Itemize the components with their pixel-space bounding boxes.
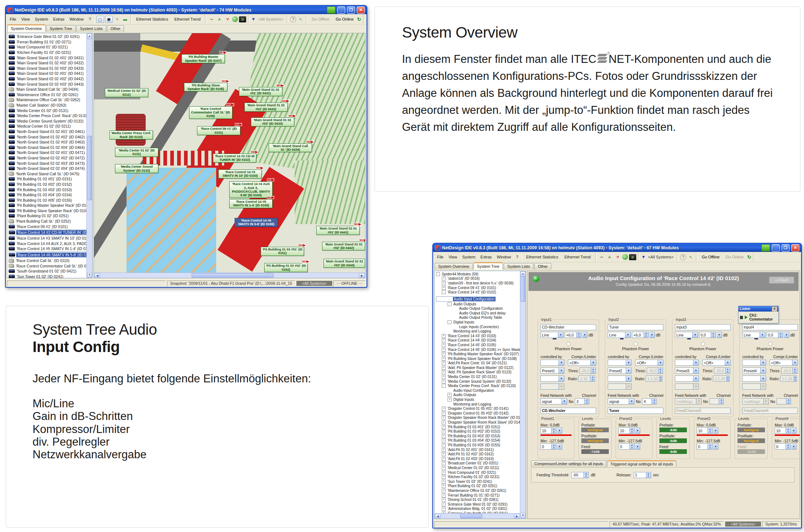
phantom-power-radio[interactable]: [768, 342, 772, 346]
tree-item[interactable]: +Audio Input Configuration: [436, 388, 520, 393]
tree-item[interactable]: 'Pit Building Slave Speaker Rack' (ID 01…: [9, 208, 86, 214]
expand-icon[interactable]: +: [442, 375, 446, 379]
spin-down-icon[interactable]: ▼: [585, 402, 589, 404]
spin-down-icon[interactable]: ▼: [630, 447, 634, 450]
spin-down-icon[interactable]: ▼: [708, 447, 712, 450]
site-map[interactable]: ◀ ▶ 'Pit Building Master Speaker Rack' (…: [94, 33, 365, 278]
spin-up-icon[interactable]: ▲: [652, 399, 656, 402]
tree-item[interactable]: -'Media Center Press Conf. Rack' (ID 013…: [436, 383, 520, 388]
tab-system-overview[interactable]: System Overview: [7, 25, 46, 32]
tree-item[interactable]: 'Sun Tower 01 02' (ID 0241): [9, 274, 86, 278]
chevron-down-icon[interactable]: ▼: [629, 399, 634, 404]
expand-icon[interactable]: +: [442, 457, 446, 461]
tree-item[interactable]: +'Host Compound 01' (ID 0221): [436, 470, 520, 475]
preset-min-input[interactable]: 0▲▼: [775, 443, 791, 450]
controlled-by-select-3[interactable]: ▼: [608, 376, 632, 382]
scroll-left-arrow[interactable]: ◀: [94, 273, 100, 278]
tree-item[interactable]: -Digital Inputs: [436, 320, 520, 325]
tree-item[interactable]: +'Pit Building 01 03 #03' (ID 0153): [436, 434, 520, 438]
tree-item[interactable]: 'North Grand Stand 02 02 #03' (ID 0473): [9, 160, 86, 166]
chevron-down-icon[interactable]: ▼: [625, 332, 630, 338]
tree-item[interactable]: 'North Grand Stand Call St.' (ID 0475): [9, 171, 86, 176]
map-device-label[interactable]: 'Main Grand Stand 01 02 #02' (ID 0432)90…: [244, 103, 288, 112]
menu-item-view[interactable]: View: [19, 16, 33, 22]
gain-input[interactable]: +6,0▲▼: [565, 332, 581, 338]
expand-icon[interactable]: +: [442, 338, 446, 342]
close-button[interactable]: ✕: [357, 7, 365, 14]
preset-min-dropdown-icon[interactable]: ▼: [713, 443, 718, 450]
spinner-buttons[interactable]: ▲▼: [576, 332, 581, 338]
tree-vertical-scrollbar[interactable]: ▲ ▼: [86, 33, 92, 278]
expand-icon[interactable]: +: [442, 484, 446, 488]
map-horizontal-scrollbar[interactable]: ◀ ▶: [94, 273, 365, 278]
expand-icon[interactable]: +: [442, 379, 446, 383]
tree-item[interactable]: 'Main Grand Stand 02 02 #02' (ID 0442): [9, 76, 86, 82]
spin-up-icon[interactable]: ▲: [786, 428, 790, 431]
map-device-label[interactable]: 'Race Control 14 #6 SMATV IN 5-8' (ID 01…: [235, 218, 278, 227]
tree-item[interactable]: 'Pit Building 01 03 #04' (ID 0154): [9, 192, 86, 198]
chevron-down-icon[interactable]: ▼: [693, 360, 698, 365]
tree-item[interactable]: 'Kitchen Facility 01 02' (ID 0231): [9, 50, 86, 55]
input-name-field[interactable]: input4: [742, 324, 798, 330]
tree-item[interactable]: 'North Grand Stand 01 02 #01' (ID 0461): [9, 129, 86, 134]
tree-item[interactable]: 'Ferrari Building 01 01' (ID 0271): [9, 39, 86, 45]
gain-input[interactable]: 0,0▲▼: [766, 332, 783, 338]
spin-down-icon[interactable]: ▼: [577, 335, 581, 338]
menu-item-window[interactable]: Window: [67, 16, 86, 22]
spinner-buttons[interactable]: ▲▼: [551, 428, 556, 433]
tree-item[interactable]: +'Medical Center 01 02' (ID 0211): [436, 466, 520, 470]
tree-item[interactable]: 'Plant Building 01 02' (ID 0251): [9, 213, 86, 219]
tree-item[interactable]: 'Pit Building Master Speaker Rack' (ID 0…: [9, 203, 86, 208]
tree-item[interactable]: +Digital Inputs: [436, 397, 520, 402]
filter-icon[interactable]: ▼: [641, 254, 646, 259]
chevron-down-icon[interactable]: ▼: [760, 332, 765, 338]
chevron-down-icon[interactable]: ▼: [559, 368, 564, 373]
tree-item[interactable]: 'Plant Building Call St.' (ID 0252): [9, 219, 86, 224]
scroll-left-arrow[interactable]: ◀: [435, 514, 441, 518]
expand-icon[interactable]: +: [442, 420, 446, 424]
play-icon[interactable]: [745, 316, 748, 319]
expand-icon[interactable]: +: [442, 452, 446, 456]
feed-select[interactable]: signal▼: [608, 398, 634, 404]
tree-item[interactable]: +'Pit Building 01 03 #02' (ID 0152): [436, 429, 520, 434]
chevron-down-icon[interactable]: ▼: [760, 360, 766, 365]
scroll-thumb[interactable]: [192, 273, 274, 278]
expand-icon[interactable]: +: [442, 434, 446, 438]
map-device-label[interactable]: 'Pit Building Slave Speaker Rack' (ID 01…: [184, 83, 227, 92]
spin-up-icon[interactable]: ▲: [630, 444, 634, 447]
help-icon[interactable]: ?: [290, 16, 296, 22]
expand-icon[interactable]: +: [442, 357, 446, 361]
spin-down-icon[interactable]: ▼: [786, 431, 790, 434]
chevron-down-icon[interactable]: ▼: [626, 368, 631, 373]
menu-item-system[interactable]: System: [32, 16, 51, 22]
spinner-buttons[interactable]: ▲▼: [786, 428, 790, 433]
refresh-icon[interactable]: ↻: [357, 17, 361, 22]
expand-icon[interactable]: +: [442, 489, 446, 493]
chevron-down-icon[interactable]: ▼: [626, 360, 631, 365]
tree-item[interactable]: 'Maintenance Office Call St.' (ID 0262): [9, 97, 86, 103]
spin-down-icon[interactable]: ▼: [552, 447, 556, 450]
expand-icon[interactable]: +: [442, 366, 446, 370]
tree-item[interactable]: +'Media Center Sound System' (ID 0132): [436, 379, 520, 384]
spinner-buttons[interactable]: ▲▼: [629, 444, 634, 449]
expand-icon[interactable]: +: [448, 393, 452, 397]
trend-chart-icon[interactable]: ▬: [122, 16, 129, 22]
minimize-button[interactable]: _: [772, 244, 780, 252]
gain-dropdown-icon[interactable]: ▼: [717, 332, 722, 338]
spin-down-icon[interactable]: ▼: [652, 402, 656, 404]
channel-number-input[interactable]: 4▲▼: [642, 398, 657, 404]
flash-button[interactable]: -> Flash: [769, 276, 794, 284]
tree-item[interactable]: 'Master Call Station' (ID 0263): [9, 103, 86, 108]
expand-icon[interactable]: +: [442, 348, 446, 352]
chevron-down-icon[interactable]: ▼: [693, 368, 698, 373]
phantom-power-radio[interactable]: [701, 342, 705, 346]
preset-volume-input[interactable]: 10▲▼: [619, 428, 634, 434]
expand-icon[interactable]: +: [442, 352, 446, 356]
tree-item[interactable]: +'Ferrari Building 01 01' (ID 0271): [436, 493, 520, 498]
tree-item[interactable]: +'Race Control 14 #4' (ID 0104): [436, 338, 520, 343]
expand-icon[interactable]: +: [442, 498, 446, 502]
menu-item-system[interactable]: System: [459, 254, 478, 260]
tree-item[interactable]: 'North Grand Stand 02 02 #02' (ID 0472): [9, 155, 86, 161]
tree-item[interactable]: 'North Grand Stand 01 02 #02' (ID 0462): [9, 134, 86, 140]
spin-down-icon[interactable]: ▼: [630, 431, 634, 434]
